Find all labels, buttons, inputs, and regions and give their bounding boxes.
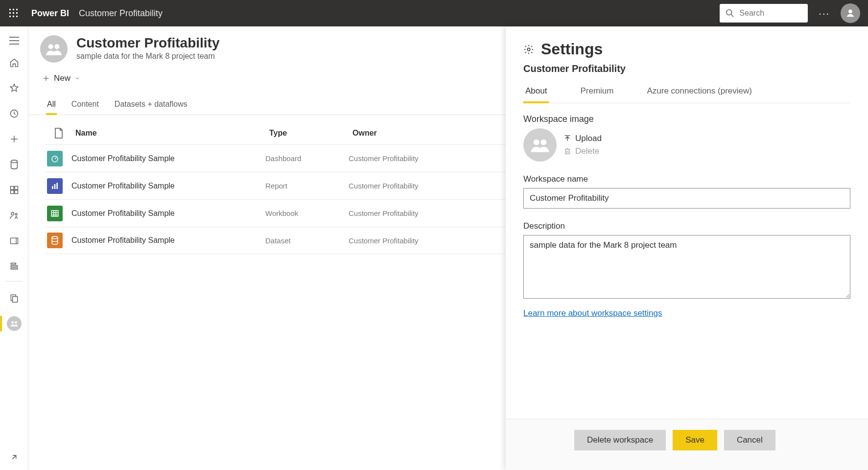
tab-datasets-dataflows[interactable]: Datasets + dataflows <box>114 95 188 115</box>
settings-tab-premium[interactable]: Premium <box>578 82 615 103</box>
column-head-name[interactable]: Name <box>69 129 269 138</box>
settings-tab-about[interactable]: About <box>523 82 549 103</box>
svg-point-28 <box>11 321 14 324</box>
row-type: Dataset <box>265 236 349 245</box>
nav-toggle-icon[interactable] <box>0 31 28 50</box>
settings-title: Settings <box>541 40 603 58</box>
row-name: Customer Profitability Sample <box>65 154 265 163</box>
svg-rect-0 <box>9 9 11 10</box>
learn-more-link[interactable]: Learn more about workspace settings <box>523 308 662 318</box>
top-bar: Power BI Customer Profitability ··· <box>0 0 868 26</box>
save-button[interactable]: Save <box>673 430 717 450</box>
user-avatar[interactable] <box>841 3 860 23</box>
nav-apps-icon[interactable] <box>0 177 28 203</box>
svg-rect-41 <box>52 186 53 189</box>
settings-subtitle: Customer Profitability <box>523 63 850 74</box>
workspace-avatar <box>40 35 68 63</box>
settings-tab-azure[interactable]: Azure connections (preview) <box>645 82 753 103</box>
new-button[interactable]: New <box>40 70 82 86</box>
svg-line-10 <box>731 15 734 17</box>
nav-learn-icon[interactable] <box>0 228 28 254</box>
gear-icon <box>523 44 534 55</box>
nav-home-icon[interactable] <box>0 50 28 75</box>
workspace-image-label: Workspace image <box>523 114 850 124</box>
row-type: Dashboard <box>265 154 349 163</box>
workspace-title: Customer Profitability <box>76 35 219 51</box>
delete-image-button: Delete <box>563 146 602 156</box>
nav-current-workspace[interactable] <box>0 311 28 336</box>
row-type-icon <box>45 206 65 221</box>
svg-point-30 <box>48 44 53 49</box>
workspace-name-input[interactable] <box>523 188 850 209</box>
svg-point-9 <box>727 10 732 15</box>
row-owner: Customer Profitability <box>349 154 446 163</box>
row-name: Customer Profitability Sample <box>65 209 265 218</box>
nav-datasets-icon[interactable] <box>0 152 28 177</box>
row-owner: Customer Profitability <box>349 236 446 245</box>
nav-favorites-icon[interactable] <box>0 75 28 101</box>
upload-icon <box>563 135 571 142</box>
svg-rect-27 <box>12 297 17 303</box>
search-input[interactable] <box>739 9 802 18</box>
nav-external-icon[interactable] <box>0 445 28 470</box>
delete-workspace-button[interactable]: Delete workspace <box>574 430 666 450</box>
new-button-label: New <box>54 73 70 83</box>
svg-rect-21 <box>10 190 14 194</box>
chevron-down-icon <box>74 75 80 81</box>
row-name: Customer Profitability Sample <box>65 182 265 190</box>
svg-rect-22 <box>14 190 18 194</box>
svg-rect-42 <box>54 184 56 189</box>
plus-icon <box>42 74 50 82</box>
workspace-image-row: Upload Delete <box>523 128 850 162</box>
column-head-icon <box>49 128 69 139</box>
svg-point-29 <box>14 321 17 324</box>
workspace-subtitle: sample data for the Mark 8 project team <box>76 52 219 61</box>
column-head-type[interactable]: Type <box>269 129 352 138</box>
svg-rect-7 <box>13 16 14 17</box>
tab-content[interactable]: Content <box>70 95 100 115</box>
svg-rect-20 <box>14 187 18 190</box>
column-head-owner[interactable]: Owner <box>352 129 450 138</box>
tab-all[interactable]: All <box>46 95 57 115</box>
nav-shared-icon[interactable] <box>0 203 28 228</box>
nav-workspaces-icon[interactable] <box>0 254 28 279</box>
row-owner: Customer Profitability <box>349 182 446 190</box>
app-launcher-icon[interactable] <box>8 7 20 19</box>
nav-my-workspace-icon[interactable] <box>0 285 28 311</box>
row-type-icon <box>45 151 65 166</box>
svg-rect-3 <box>9 12 11 14</box>
svg-point-23 <box>11 212 14 215</box>
row-type: Report <box>265 182 349 190</box>
svg-rect-44 <box>51 211 58 216</box>
svg-point-11 <box>848 9 852 13</box>
global-search[interactable] <box>720 4 808 23</box>
upload-image-button[interactable]: Upload <box>563 134 602 143</box>
svg-rect-8 <box>16 16 18 17</box>
svg-rect-19 <box>10 187 14 190</box>
description-label: Description <box>523 221 850 231</box>
cancel-button[interactable]: Cancel <box>724 430 775 450</box>
workspace-image-placeholder <box>523 128 557 162</box>
row-type: Workbook <box>265 209 349 217</box>
settings-title-row: Settings <box>523 40 850 58</box>
row-owner: Customer Profitability <box>349 209 446 217</box>
svg-point-50 <box>527 48 530 51</box>
svg-rect-6 <box>9 16 11 17</box>
more-actions-icon[interactable]: ··· <box>816 8 833 19</box>
settings-tabs: About Premium Azure connections (preview… <box>523 82 850 103</box>
nav-create-icon[interactable] <box>0 126 28 152</box>
brand-label: Power BI <box>31 8 69 19</box>
svg-rect-4 <box>13 12 14 14</box>
left-nav-rail <box>0 26 28 470</box>
nav-recent-icon[interactable] <box>0 101 28 126</box>
trash-icon <box>563 147 571 155</box>
svg-point-52 <box>540 140 546 145</box>
svg-rect-5 <box>16 12 18 14</box>
person-icon <box>845 8 856 19</box>
settings-footer: Delete workspace Save Cancel <box>506 419 868 470</box>
svg-rect-2 <box>16 9 18 10</box>
delete-label: Delete <box>575 146 599 156</box>
row-type-icon <box>45 233 65 248</box>
search-icon <box>726 9 734 18</box>
description-textarea[interactable] <box>523 235 850 299</box>
